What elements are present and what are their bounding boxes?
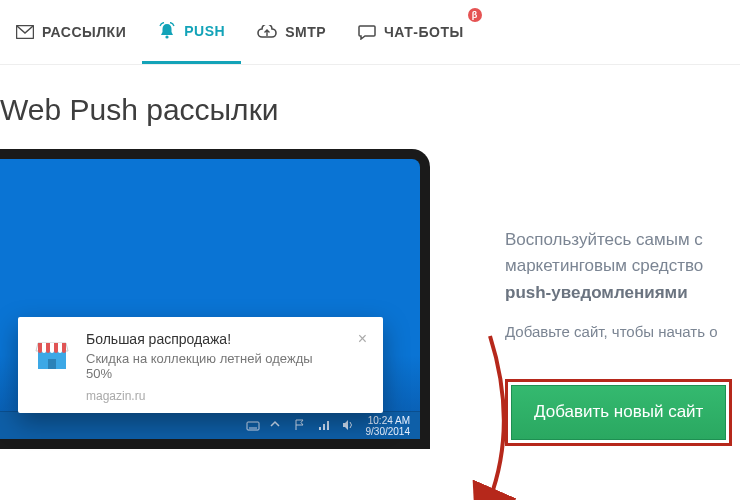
nav-label-chatbots: ЧАТ-БОТЫ (384, 24, 464, 40)
notification-text: Скидка на коллекцию летней одежды 50% (86, 351, 342, 381)
laptop-preview: 10:24 AM 9/30/2014 (0, 149, 445, 489)
close-icon[interactable]: × (356, 331, 369, 347)
chevron-up-icon (270, 419, 284, 433)
top-nav: РАССЫЛКИ PUSH SMTP ЧАТ-БОТЫ β (0, 0, 740, 65)
promo-line3: push-уведомлениями (505, 283, 688, 302)
network-icon (318, 419, 332, 433)
cta-highlight: Добавить новый сайт (505, 379, 732, 445)
notification-title: Большая распродажа! (86, 331, 342, 347)
beta-badge: β (468, 8, 482, 22)
promo-line2: маркетинговым средство (505, 253, 740, 279)
taskbar-time: 10:24 AM (366, 415, 411, 426)
promo-sub: Добавьте сайт, чтобы начать о (505, 320, 740, 343)
nav-item-smtp[interactable]: SMTP (241, 0, 342, 64)
taskbar-date: 9/30/2014 (366, 426, 411, 437)
volume-icon (342, 419, 356, 433)
nav-label-smtp: SMTP (285, 24, 326, 40)
shop-icon (32, 335, 72, 375)
nav-item-chatbots[interactable]: ЧАТ-БОТЫ β (342, 0, 480, 64)
promo-text: Воспользуйтесь самым с маркетинговым сре… (445, 149, 740, 446)
taskbar: 10:24 AM 9/30/2014 (0, 411, 420, 439)
promo-line1: Воспользуйтесь самым с (505, 227, 740, 253)
nav-item-mailings[interactable]: РАССЫЛКИ (0, 0, 142, 64)
cloud-icon (257, 25, 277, 39)
keyboard-icon (246, 419, 260, 433)
chat-icon (358, 24, 376, 40)
notification-body: Большая распродажа! Скидка на коллекцию … (86, 331, 342, 403)
push-notification: Большая распродажа! Скидка на коллекцию … (18, 317, 383, 413)
page: Web Push рассылки 10:24 AM 9/30/2014 (0, 65, 740, 489)
taskbar-clock: 10:24 AM 9/30/2014 (366, 415, 411, 437)
svg-rect-5 (48, 359, 56, 369)
svg-rect-3 (249, 427, 257, 428)
envelope-icon (16, 25, 34, 39)
bell-icon (158, 22, 176, 40)
add-site-button[interactable]: Добавить новый сайт (511, 385, 726, 439)
nav-label-mailings: РАССЫЛКИ (42, 24, 126, 40)
nav-item-push[interactable]: PUSH (142, 0, 241, 64)
page-title: Web Push рассылки (0, 93, 740, 127)
nav-label-push: PUSH (184, 23, 225, 39)
flag-icon (294, 419, 308, 433)
content: 10:24 AM 9/30/2014 (0, 149, 740, 489)
svg-rect-2 (247, 422, 259, 430)
svg-point-1 (166, 35, 169, 38)
notification-domain: magazin.ru (86, 389, 342, 403)
